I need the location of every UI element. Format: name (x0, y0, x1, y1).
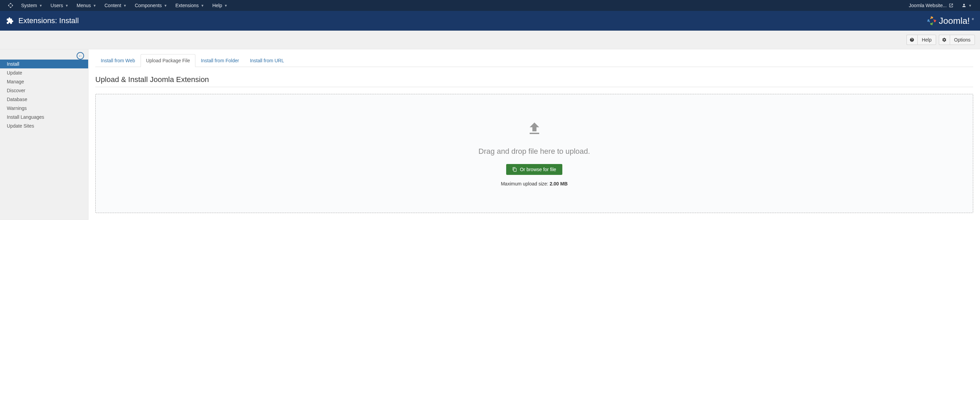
topnav-item-label: System (21, 3, 37, 8)
tab-label: Upload Package File (146, 58, 190, 63)
caret-down-icon: ▼ (201, 4, 204, 8)
caret-down-icon: ▼ (39, 4, 43, 8)
tab-upload-package-file[interactable]: Upload Package File (141, 54, 196, 67)
topnav-help[interactable]: Help ▼ (208, 0, 232, 11)
content-area: Install from Web Upload Package File Ins… (89, 49, 980, 220)
topnav-item-label: Extensions (175, 3, 199, 8)
tab-install-from-web[interactable]: Install from Web (95, 54, 141, 67)
sidebar-item-label: Database (7, 97, 27, 102)
puzzle-icon (6, 17, 14, 24)
external-link-icon (949, 3, 953, 8)
sidebar-item-label: Update Sites (7, 123, 34, 129)
caret-down-icon: ▼ (224, 4, 228, 8)
help-button-group: Help (907, 35, 936, 45)
sidebar-item-update-sites[interactable]: Update Sites (0, 121, 88, 130)
topnav-right-group: Joomla Website... ▼ (905, 0, 976, 11)
sidebar-item-label: Install Languages (7, 114, 44, 120)
toolbar: Help Options (0, 30, 980, 49)
max-upload-value: 2.00 MB (550, 181, 568, 186)
sidebar-item-update[interactable]: Update (0, 68, 88, 77)
sidebar-item-label: Install (7, 61, 19, 67)
topnav-item-label: Components (135, 3, 162, 8)
joomla-brand[interactable]: Joomla! ® (927, 16, 974, 26)
main-layout: ← Install Update Manage Discover Databas… (0, 49, 980, 220)
upload-icon (526, 121, 543, 137)
brand-text: Joomla! (939, 16, 970, 26)
upload-dropzone[interactable]: Drag and drop file here to upload. Or br… (95, 94, 973, 213)
topnav-extensions[interactable]: Extensions ▼ (171, 0, 208, 11)
help-label: Help (922, 37, 932, 43)
drop-text: Drag and drop file here to upload. (479, 147, 590, 156)
help-button[interactable]: Help (917, 35, 936, 45)
joomla-home-icon[interactable] (4, 0, 17, 11)
options-label: Options (954, 37, 970, 43)
topnav-item-label: Content (105, 3, 121, 8)
sidebar-toggle-row: ← (0, 49, 88, 60)
topnav-item-label: Menus (76, 3, 91, 8)
gear-icon[interactable] (939, 35, 950, 45)
topnav-left-group: System ▼ Users ▼ Menus ▼ Content ▼ Compo… (4, 0, 231, 11)
sidebar-item-install-languages[interactable]: Install Languages (0, 113, 88, 121)
browse-button-label: Or browse for file (520, 167, 556, 172)
sidebar-item-label: Manage (7, 79, 24, 84)
page-title: Extensions: Install (18, 16, 79, 25)
joomla-logo-icon (927, 16, 937, 26)
max-upload-text: Maximum upload size: 2.00 MB (501, 181, 568, 186)
topnav-users[interactable]: Users ▼ (47, 0, 73, 11)
sidebar-item-install[interactable]: Install (0, 60, 88, 68)
caret-down-icon: ▼ (93, 4, 96, 8)
topnav-components[interactable]: Components ▼ (131, 0, 171, 11)
page-header: Extensions: Install Joomla! ® (0, 11, 980, 30)
caret-down-icon: ▼ (164, 4, 167, 8)
content-title: Upload & Install Joomla Extension (95, 75, 973, 87)
user-icon (962, 3, 966, 8)
header-left: Extensions: Install (6, 16, 79, 25)
sidebar-item-discover[interactable]: Discover (0, 86, 88, 95)
options-button-group: Options (939, 35, 975, 45)
user-menu[interactable]: ▼ (958, 0, 976, 11)
install-tabs: Install from Web Upload Package File Ins… (95, 54, 973, 67)
help-icon[interactable] (907, 35, 917, 45)
sidebar-item-label: Discover (7, 88, 25, 93)
topnav-menus[interactable]: Menus ▼ (73, 0, 100, 11)
site-link-label: Joomla Website... (909, 3, 947, 8)
tab-label: Install from Web (101, 58, 135, 63)
max-upload-label: Maximum upload size: (501, 181, 549, 186)
sidebar-item-database[interactable]: Database (0, 95, 88, 104)
tab-install-from-folder[interactable]: Install from Folder (196, 54, 244, 67)
sidebar-item-manage[interactable]: Manage (0, 77, 88, 86)
options-button[interactable]: Options (950, 35, 975, 45)
sidebar-list: Install Update Manage Discover Database … (0, 60, 88, 130)
tab-label: Install from URL (250, 58, 284, 63)
topnav-item-label: Help (212, 3, 222, 8)
caret-down-icon: ▼ (969, 4, 972, 8)
browse-file-button[interactable]: Or browse for file (506, 164, 562, 175)
caret-down-icon: ▼ (123, 4, 127, 8)
file-copy-icon (512, 167, 517, 172)
topnav-system[interactable]: System ▼ (17, 0, 47, 11)
registered-mark: ® (972, 18, 974, 21)
caret-down-icon: ▼ (65, 4, 68, 8)
sidebar-item-label: Warnings (7, 105, 27, 111)
sidebar: ← Install Update Manage Discover Databas… (0, 49, 89, 220)
topnav-content[interactable]: Content ▼ (100, 0, 131, 11)
collapse-sidebar-icon[interactable]: ← (76, 52, 84, 60)
topnav-item-label: Users (51, 3, 63, 8)
top-navigation: System ▼ Users ▼ Menus ▼ Content ▼ Compo… (0, 0, 980, 11)
tab-install-from-url[interactable]: Install from URL (244, 54, 290, 67)
site-link[interactable]: Joomla Website... (905, 0, 958, 11)
sidebar-item-warnings[interactable]: Warnings (0, 104, 88, 113)
sidebar-item-label: Update (7, 70, 22, 76)
tab-label: Install from Folder (201, 58, 239, 63)
